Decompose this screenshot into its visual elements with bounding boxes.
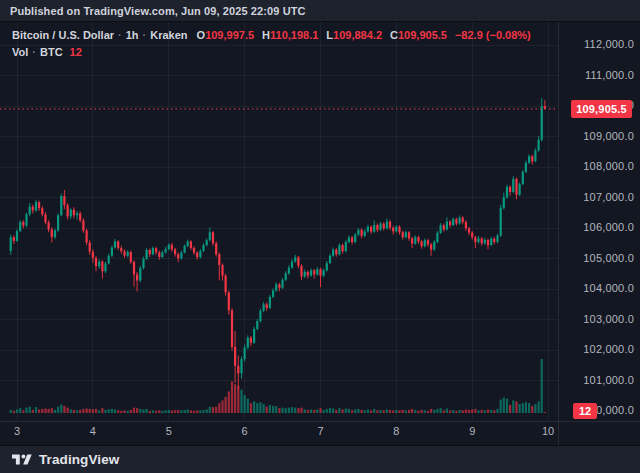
low-value: L109,884.2 xyxy=(326,28,382,43)
volume-symbol: BTC xyxy=(40,45,63,60)
price-tick-label: 105,000.0 xyxy=(558,252,634,264)
time-tick-label: 8 xyxy=(376,425,416,437)
legend-separator: · xyxy=(118,28,122,43)
chart-canvas xyxy=(0,22,640,445)
symbol-title: Bitcoin / U.S. Dollar xyxy=(12,28,114,43)
price-tick-label: 111,000.0 xyxy=(558,69,634,81)
footer-bar: TradingView xyxy=(0,445,640,473)
price-tick-label: 106,000.0 xyxy=(558,221,634,233)
time-tick-label: 6 xyxy=(225,425,265,437)
time-tick-label: 3 xyxy=(0,425,37,437)
price-tick-label: 104,000.0 xyxy=(558,282,634,294)
time-tick-label: 5 xyxy=(149,425,189,437)
price-tick-label: 108,000.0 xyxy=(558,160,634,172)
legend-separator: · xyxy=(143,28,147,43)
change-value: −82.9 (−0.08%) xyxy=(455,28,531,43)
exchange-label: Kraken xyxy=(150,28,187,43)
interval-label: 1h xyxy=(126,28,139,43)
price-tick-label: 107,000.0 xyxy=(558,191,634,203)
time-tick-label: 4 xyxy=(73,425,113,437)
tradingview-brand-text[interactable]: TradingView xyxy=(39,452,119,467)
price-tick-label: 103,000.0 xyxy=(558,313,634,325)
price-tick-label: 101,000.0 xyxy=(558,374,634,386)
last-price-badge: 109,905.5 xyxy=(571,100,632,118)
high-value: H110,198.1 xyxy=(262,28,318,43)
price-tick-label: 109,000.0 xyxy=(558,130,634,142)
time-tick-label: 7 xyxy=(300,425,340,437)
publish-bar: Published on TradingView.com, Jun 09, 20… xyxy=(0,0,640,22)
tradingview-snapshot: Published on TradingView.com, Jun 09, 20… xyxy=(0,0,640,473)
legend-symbol-row: Bitcoin / U.S. Dollar · 1h · Kraken O109… xyxy=(12,28,531,43)
volume-value: 12 xyxy=(70,45,82,60)
ohlc-values: O109,997.5 H110,198.1 L109,884.2 C109,90… xyxy=(197,28,531,43)
chart-legend: Bitcoin / U.S. Dollar · 1h · Kraken O109… xyxy=(12,28,531,60)
time-tick-label: 10 xyxy=(528,425,568,437)
tradingview-logo-icon[interactable] xyxy=(12,452,32,467)
last-volume-badge: 12 xyxy=(573,403,597,419)
time-tick-label: 9 xyxy=(452,425,492,437)
price-tick-label: 112,000.0 xyxy=(558,38,634,50)
price-tick-label: 102,000.0 xyxy=(558,343,634,355)
volume-label: Vol xyxy=(12,45,28,60)
close-value: C109,905.5 xyxy=(390,28,447,43)
open-value: O109,997.5 xyxy=(197,28,255,43)
legend-separator: · xyxy=(32,45,36,60)
legend-volume-row: Vol · BTC 12 xyxy=(12,45,531,60)
publish-text: Published on TradingView.com, Jun 09, 20… xyxy=(10,5,306,17)
chart-region: Bitcoin / U.S. Dollar · 1h · Kraken O109… xyxy=(0,22,640,445)
